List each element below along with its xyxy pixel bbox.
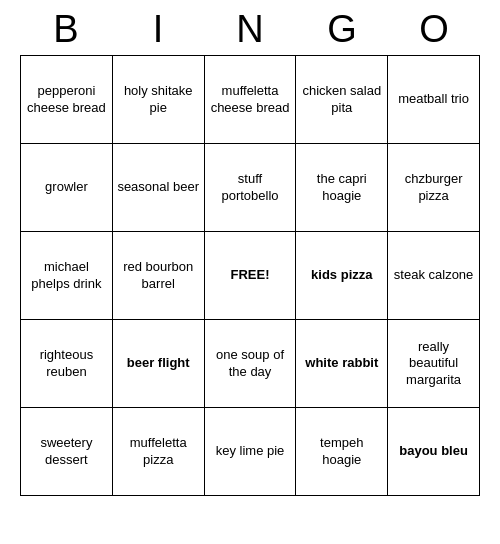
cell-0-1: holy shitake pie [112,56,204,144]
cell-0-0: pepperoni cheese bread [21,56,113,144]
cell-1-1: seasonal beer [112,144,204,232]
bingo-letter: G [298,8,386,51]
cell-1-3: the capri hoagie [296,144,388,232]
cell-1-2: stuff portobello [204,144,296,232]
cell-4-3: tempeh hoagie [296,408,388,496]
cell-0-4: meatball trio [388,56,480,144]
cell-3-1: beer flight [112,320,204,408]
bingo-title: BINGO [20,0,480,55]
cell-2-0: michael phelps drink [21,232,113,320]
bingo-letter: N [206,8,294,51]
cell-3-3: white rabbit [296,320,388,408]
cell-4-2: key lime pie [204,408,296,496]
bingo-letter: O [390,8,478,51]
cell-2-3: kids pizza [296,232,388,320]
cell-4-0: sweetery dessert [21,408,113,496]
cell-3-0: righteous reuben [21,320,113,408]
cell-1-0: growler [21,144,113,232]
cell-3-2: one soup of the day [204,320,296,408]
cell-0-3: chicken salad pita [296,56,388,144]
bingo-grid: pepperoni cheese breadholy shitake piemu… [20,55,480,496]
cell-2-2: FREE! [204,232,296,320]
bingo-letter: B [22,8,110,51]
cell-4-4: bayou bleu [388,408,480,496]
cell-2-1: red bourbon barrel [112,232,204,320]
cell-1-4: chzburger pizza [388,144,480,232]
cell-0-2: muffeletta cheese bread [204,56,296,144]
cell-4-1: muffeletta pizza [112,408,204,496]
cell-2-4: steak calzone [388,232,480,320]
bingo-letter: I [114,8,202,51]
cell-3-4: really beautiful margarita [388,320,480,408]
